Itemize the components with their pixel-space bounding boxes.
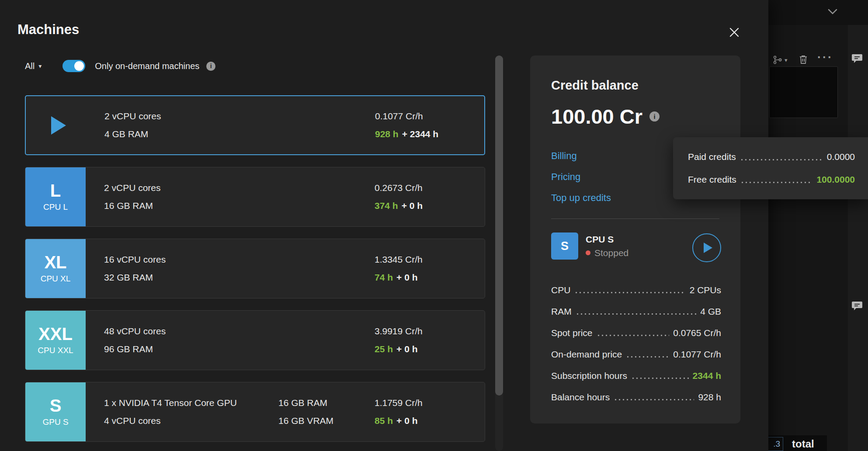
machine-filter-dropdown[interactable]: All ▾ bbox=[25, 61, 42, 71]
play-icon[interactable] bbox=[51, 116, 66, 135]
detail-row: Spot price0.0765 Cr/h bbox=[551, 322, 721, 343]
machine-memory: 16 GB RAM 16 GB VRAM bbox=[278, 382, 333, 441]
chevron-down-icon: ▾ bbox=[38, 62, 42, 69]
machine-hours: 85 h+ 0 h bbox=[375, 416, 423, 426]
machine-badge: S bbox=[551, 232, 578, 260]
machine-price: 0.1077 Cr/h bbox=[375, 111, 438, 121]
machine-specs: 16 vCPU cores 32 GB RAM bbox=[104, 239, 166, 298]
dotted-leader bbox=[576, 312, 696, 316]
machine-pricing: 0.2673 Cr/h 374 h+ 0 h bbox=[375, 167, 423, 226]
machine-price: 1.1759 Cr/h bbox=[375, 398, 423, 408]
machine-card-cpu-xl[interactable]: XL CPU XL 16 vCPU cores 32 GB RAM 1.3345… bbox=[25, 239, 485, 298]
credit-balance-amount: 100.00 Cr i bbox=[551, 104, 660, 128]
spec-line: 16 vCPU cores bbox=[104, 254, 166, 265]
tooltip-row: Free credits100.0000 bbox=[688, 171, 855, 188]
close-icon bbox=[728, 26, 740, 38]
machine-details: CPU2 CPUs RAM4 GB Spot price0.0765 Cr/h … bbox=[551, 279, 721, 408]
comment-icon[interactable] bbox=[851, 53, 863, 66]
machine-pricing: 1.3345 Cr/h 74 h+ 0 h bbox=[375, 239, 423, 298]
machine-price: 0.2673 Cr/h bbox=[375, 183, 423, 193]
machine-pricing: 3.9919 Cr/h 25 h+ 0 h bbox=[375, 311, 423, 370]
machine-name: CPU S bbox=[586, 234, 628, 245]
machine-card-selected[interactable]: 2 vCPU cores 4 GB RAM 0.1077 Cr/h 928 h+… bbox=[25, 95, 485, 155]
dotted-leader bbox=[740, 158, 823, 161]
machine-pricing: 0.1077 Cr/h 928 h+ 2344 h bbox=[375, 96, 438, 154]
machine-specs: 2 vCPU cores 16 GB RAM bbox=[104, 167, 161, 226]
machine-hours: 928 h+ 2344 h bbox=[375, 129, 438, 139]
machine-badge: L CPU L bbox=[25, 167, 86, 226]
spec-line: 16 GB VRAM bbox=[278, 416, 333, 426]
machine-badge: S GPU S bbox=[25, 382, 86, 441]
machine-hours: 25 h+ 0 h bbox=[375, 344, 423, 354]
dotted-leader bbox=[614, 398, 694, 401]
info-icon[interactable]: i bbox=[206, 62, 215, 71]
machines-modal: Machines All ▾ Only on-demand machines i… bbox=[0, 0, 768, 451]
detail-row: CPU2 CPUs bbox=[551, 279, 721, 301]
modal-scrollbar[interactable] bbox=[495, 56, 503, 451]
branch-icon[interactable]: ▾ bbox=[773, 55, 788, 65]
credit-balance-title: Credit balance bbox=[551, 78, 639, 93]
chevron-down-icon[interactable] bbox=[828, 9, 837, 17]
scrollbar-thumb[interactable] bbox=[495, 56, 503, 395]
machine-hours: 74 h+ 0 h bbox=[375, 272, 423, 283]
close-button[interactable] bbox=[726, 24, 742, 40]
machine-specs: 48 vCPU cores 96 GB RAM bbox=[104, 311, 166, 370]
more-options-icon[interactable]: ··· bbox=[817, 51, 833, 64]
detail-row: RAM4 GB bbox=[551, 301, 721, 322]
top-up-credits-link[interactable]: Top up credits bbox=[551, 187, 611, 208]
machine-card-gpu-s[interactable]: S GPU S 1 x NVIDIA T4 Tensor Core GPU 4 … bbox=[25, 382, 485, 442]
machine-badge: XL CPU XL bbox=[25, 239, 86, 298]
spec-line: 4 vCPU cores bbox=[104, 416, 237, 426]
machine-specs: 1 x NVIDIA T4 Tensor Core GPU 4 vCPU cor… bbox=[104, 382, 237, 441]
chevron-down-icon: ▾ bbox=[785, 57, 788, 63]
dotted-leader bbox=[597, 334, 670, 337]
dotted-leader bbox=[631, 377, 689, 380]
credit-balance-panel: Credit balance 100.00 Cr i Billing Prici… bbox=[530, 56, 740, 423]
spec-line: 32 GB RAM bbox=[104, 272, 166, 283]
comment-icon[interactable] bbox=[851, 301, 863, 313]
machine-card-cpu-xxl[interactable]: XXL CPU XXL 48 vCPU cores 96 GB RAM 3.99… bbox=[25, 310, 485, 370]
status-dot-icon bbox=[586, 250, 590, 255]
spec-line: 4 GB RAM bbox=[104, 129, 161, 139]
on-demand-toggle[interactable] bbox=[62, 60, 85, 72]
machine-badge: XXL CPU XXL bbox=[25, 311, 86, 370]
page-title: Machines bbox=[17, 22, 79, 38]
billing-link[interactable]: Billing bbox=[551, 146, 611, 167]
background-panel bbox=[769, 66, 838, 118]
spec-line: 16 GB RAM bbox=[278, 398, 333, 408]
spec-line: 16 GB RAM bbox=[104, 201, 161, 211]
detail-row: On-demand price0.1077 Cr/h bbox=[551, 343, 721, 365]
start-machine-button[interactable] bbox=[692, 233, 721, 262]
toggle-knob bbox=[74, 61, 84, 71]
machine-specs: 2 vCPU cores 4 GB RAM bbox=[104, 96, 161, 154]
detail-row: Subscription hours2344 h bbox=[551, 365, 721, 386]
tooltip-row: Paid credits0.0000 bbox=[688, 149, 855, 165]
machine-hours: 374 h+ 0 h bbox=[375, 201, 423, 211]
machine-card-cpu-l[interactable]: L CPU L 2 vCPU cores 16 GB RAM 0.2673 Cr… bbox=[25, 167, 485, 227]
dotted-leader bbox=[574, 291, 685, 294]
machine-list: 2 vCPU cores 4 GB RAM 0.1077 Cr/h 928 h+… bbox=[25, 95, 485, 451]
filter-row: All ▾ Only on-demand machines i bbox=[25, 58, 215, 74]
total-label: total bbox=[792, 438, 814, 450]
detail-row: Balance hours928 h bbox=[551, 386, 721, 408]
current-machine: S CPU S Stopped bbox=[551, 232, 628, 260]
info-icon[interactable]: i bbox=[649, 111, 660, 121]
machine-price: 1.3345 Cr/h bbox=[375, 254, 423, 265]
spec-line: 2 vCPU cores bbox=[104, 111, 161, 121]
play-icon bbox=[704, 243, 712, 253]
credits-tooltip: Paid credits0.0000 Free credits100.0000 bbox=[673, 137, 868, 199]
trash-icon[interactable] bbox=[799, 55, 808, 66]
spec-line: 96 GB RAM bbox=[104, 344, 166, 354]
divider bbox=[551, 219, 719, 219]
machine-status: Stopped bbox=[586, 248, 628, 258]
spec-line: 2 vCPU cores bbox=[104, 183, 161, 193]
machine-price: 3.9919 Cr/h bbox=[375, 326, 423, 337]
spec-line: 1 x NVIDIA T4 Tensor Core GPU bbox=[104, 398, 237, 408]
toggle-label: Only on-demand machines bbox=[95, 61, 199, 71]
machine-pricing: 1.1759 Cr/h 85 h+ 0 h bbox=[375, 382, 423, 441]
background-topbar bbox=[768, 0, 868, 25]
spec-line: 48 vCPU cores bbox=[104, 326, 166, 337]
pricing-link[interactable]: Pricing bbox=[551, 167, 611, 187]
notebook-margin bbox=[848, 0, 868, 451]
app-screen: ▾ ··· .3 total Machines All ▾ Only on-de… bbox=[0, 0, 868, 451]
